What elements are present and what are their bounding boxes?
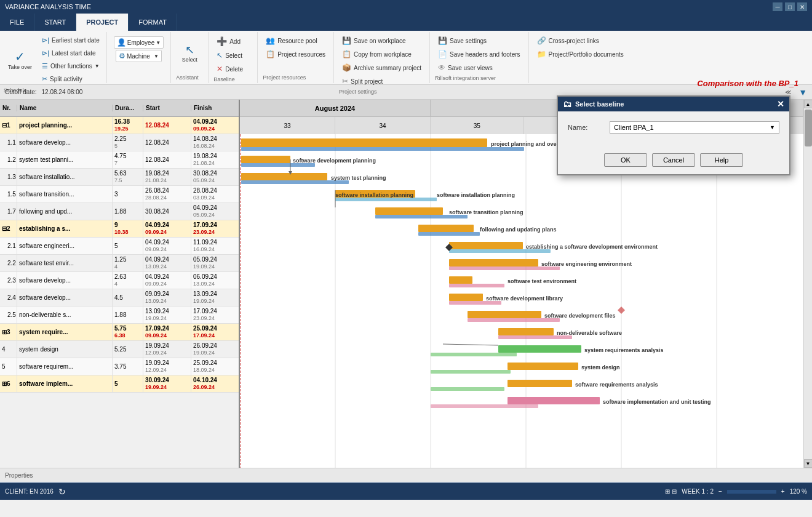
cell-nr: 2.1 xyxy=(0,238,17,254)
scroll-thumb[interactable] xyxy=(805,110,812,146)
table-row[interactable]: 5 software requirem... 3.75 19.09.2412.0… xyxy=(0,358,239,375)
svg-text:software engineering environme: software engineering environment xyxy=(541,261,632,267)
dialog-name-field: Name: Client BPA_1 ▼ xyxy=(568,121,779,134)
latest-start-btn[interactable]: ⊳| Latest start date xyxy=(39,47,103,59)
cell-finish: 17.09.2423.09.24 xyxy=(191,307,239,323)
tab-start[interactable]: START xyxy=(34,14,76,31)
split-project-btn[interactable]: ✂ Split project xyxy=(339,75,424,87)
table-row[interactable]: ⊟ 1 project planning... 16.3819.25 12.08… xyxy=(0,117,239,134)
table-row[interactable]: ⊞ 3 system require... 5.756.38 17.09.240… xyxy=(0,324,239,341)
archive-project-btn[interactable]: 📦 Archive summary project xyxy=(339,62,424,74)
table-row[interactable]: 2.1 software engineeri... 5 04.09.2409.0… xyxy=(0,238,239,255)
gantt-week-34: 34 xyxy=(335,117,431,134)
copy-workplace-btn[interactable]: 📋 Copy from workplace xyxy=(339,48,424,60)
machine-dropdown[interactable]: ⚙ Machine ▼ xyxy=(116,50,162,62)
window-controls[interactable]: ─ □ ✕ xyxy=(773,2,807,11)
table-row[interactable]: 1.5 software transition... 3 26.08.2428.… xyxy=(0,186,239,203)
table-row[interactable]: ⊟ 2 establishing a s... 910.38 04.09.240… xyxy=(0,220,239,238)
cell-nr: 1.1 xyxy=(0,134,17,151)
take-over-btn[interactable]: ✓ Take over xyxy=(4,41,36,78)
dialog-close-btn[interactable]: ✕ xyxy=(777,99,784,109)
cell-dur: 5 xyxy=(113,238,143,254)
earliest-start-btn[interactable]: ⊳| Earliest start date xyxy=(39,34,103,46)
col-header-name: Name xyxy=(17,105,113,111)
ribbon-content: ✓ Take over ⊳| Earliest start date ⊳| La… xyxy=(0,31,812,85)
gantt-svg: project planning and ove... software dev… xyxy=(240,134,803,468)
cell-finish: 06.09.2413.09.24 xyxy=(191,272,239,289)
select-baseline-btn[interactable]: ↖ Select xyxy=(213,49,246,62)
dialog-name-label: Name: xyxy=(568,124,605,131)
dialog-help-btn[interactable]: Help xyxy=(700,153,743,167)
maximize-btn[interactable]: □ xyxy=(785,2,795,11)
cell-name: software requirem... xyxy=(17,358,113,375)
table-row[interactable]: 1.1 software develop... 2.255 12.08.24 1… xyxy=(0,134,239,151)
employee-dropdown[interactable]: 👤 Employee ▼ xyxy=(114,36,164,49)
split-activity-btn[interactable]: ✂ Split activity xyxy=(39,73,103,85)
dialog-name-input[interactable]: Client BPA_1 ▼ xyxy=(610,121,779,134)
cell-nr: 2.3 xyxy=(0,272,17,289)
svg-rect-43 xyxy=(498,345,581,353)
cell-name: project planning... xyxy=(17,117,113,134)
zoom-increase-btn[interactable]: + xyxy=(781,488,785,495)
week-label: WEEK 1 : 2 xyxy=(682,488,714,495)
zoom-decrease-btn[interactable]: − xyxy=(718,488,722,495)
save-workplace-btn[interactable]: 💾 Save on workplace xyxy=(339,34,424,47)
svg-rect-34 xyxy=(449,294,483,301)
rillsoft-group-label: Rillsoft integration server xyxy=(435,75,496,81)
svg-rect-7 xyxy=(241,147,524,151)
close-btn[interactable]: ✕ xyxy=(797,2,807,11)
svg-text:project planning and ove...: project planning and ove... xyxy=(491,141,561,147)
cell-start: 26.08.2428.08.24 xyxy=(143,186,191,202)
table-row[interactable]: 2.5 non-deliverable s... 1.88 13.09.2419… xyxy=(0,307,239,324)
table-row[interactable]: 1.3 software installatio... 5.637.5 19.0… xyxy=(0,169,239,186)
cell-start: 19.09.2412.09.24 xyxy=(143,358,191,375)
table-row[interactable]: 2.2 software test envir... 1.254 04.09.2… xyxy=(0,255,239,272)
svg-rect-47 xyxy=(431,370,511,374)
dialog-ok-btn[interactable]: OK xyxy=(604,153,647,167)
svg-rect-31 xyxy=(449,276,472,284)
cell-dur: 16.3819.25 xyxy=(113,117,143,134)
save-headers-btn[interactable]: 📄 Save headers and footers xyxy=(435,48,523,60)
table-row[interactable]: 2.4 software develop... 4.5 09.09.2413.0… xyxy=(0,289,239,307)
portfolio-docs-btn[interactable]: 📁 Project/Portfolio documents xyxy=(534,48,627,60)
svg-rect-35 xyxy=(449,301,501,305)
table-row[interactable]: 2.3 software develop... 2.634 04.09.2409… xyxy=(0,272,239,289)
project-settings-group-label: Project settings xyxy=(339,89,377,95)
gantt-scroll-left[interactable]: ≪ xyxy=(785,89,791,95)
other-functions-btn[interactable]: ☰ Other functions ▼ xyxy=(39,60,103,72)
svg-rect-20 xyxy=(375,215,468,218)
minimize-btn[interactable]: ─ xyxy=(773,2,782,11)
svg-text:establishing a software develo: establishing a software development envi… xyxy=(526,244,658,250)
cell-finish: 04.09.2405.09.24 xyxy=(191,203,239,220)
table-row[interactable]: 4 system design 5.25 19.09.2412.09.24 26… xyxy=(0,341,239,358)
save-settings-btn[interactable]: 💾 Save settings xyxy=(435,34,523,47)
cell-nr: 1.3 xyxy=(0,169,17,185)
table-row[interactable]: 1.2 system test planni... 4.757 12.08.24… xyxy=(0,151,239,169)
resource-pool-btn[interactable]: 👥 Resource pool xyxy=(263,34,328,47)
cell-start: 30.09.2419.09.24 xyxy=(143,375,191,392)
refresh-icon[interactable]: ↻ xyxy=(58,487,66,497)
cell-name: software transition... xyxy=(17,186,113,202)
delete-baseline-btn[interactable]: ✕ Delete xyxy=(213,63,246,75)
properties-bar: Properties xyxy=(0,468,812,483)
zoom-slider[interactable] xyxy=(727,490,776,494)
save-user-views-btn[interactable]: 👁 Save user views xyxy=(435,62,523,74)
tab-file[interactable]: FILE xyxy=(0,14,34,31)
scroll-up-btn[interactable]: ▲ xyxy=(804,100,813,108)
scroll-down-btn[interactable]: ▼ xyxy=(804,459,813,468)
tab-project[interactable]: PROJECT xyxy=(76,14,129,31)
table-row[interactable]: ⊞ 6 software implem... 5 30.09.2419.09.2… xyxy=(0,375,239,393)
dialog-cancel-btn[interactable]: Cancel xyxy=(652,153,695,167)
svg-text:following and updating plans: following and updating plans xyxy=(480,226,557,233)
svg-rect-44 xyxy=(431,353,517,356)
tab-format[interactable]: FORMAT xyxy=(129,14,177,31)
cell-finish: 26.09.2419.09.24 xyxy=(191,341,239,358)
select-btn[interactable]: ↖ Select xyxy=(176,34,203,71)
project-resources-btn[interactable]: 📋 Project resources xyxy=(263,48,328,60)
cross-project-links-btn[interactable]: 🔗 Cross-project links xyxy=(534,34,627,47)
table-row[interactable]: 1.7 following and upd... 1.88 30.08.24 0… xyxy=(0,203,239,220)
vertical-scrollbar[interactable]: ▲ ▼ xyxy=(803,100,812,468)
add-baseline-btn[interactable]: ➕ Add xyxy=(213,34,246,48)
select-baseline-dialog[interactable]: 🗂 Select baseline ✕ Name: Client BPA_1 ▼… xyxy=(557,95,790,175)
cell-name: system design xyxy=(17,341,113,358)
